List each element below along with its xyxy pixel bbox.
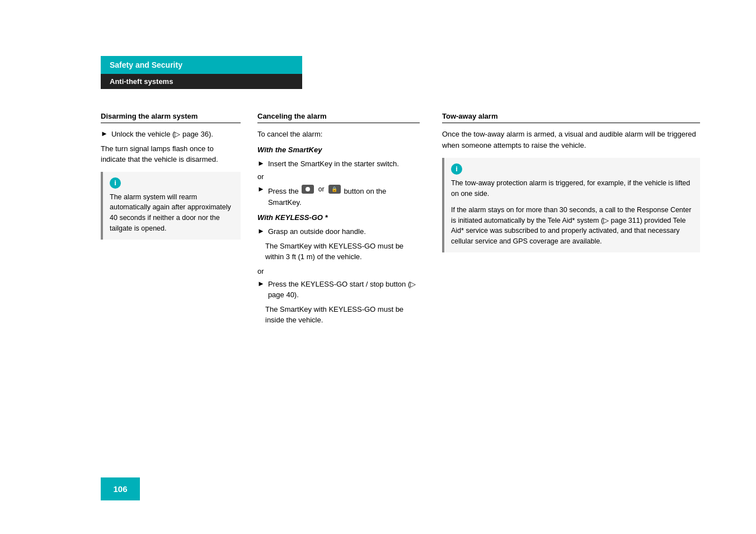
bullet-arrow-icon3: ► bbox=[257, 185, 265, 193]
smartkey-press-pre: Press the bbox=[268, 187, 299, 195]
keyless-subheading: With KEYLESS-GO * bbox=[257, 213, 420, 222]
tow-info-para1: The tow-away protection alarm is trigger… bbox=[451, 178, 693, 199]
tow-info-para2: If the alarm stays on for more than 30 s… bbox=[451, 205, 693, 247]
keyless-bullet2: ► Press the KEYLESS-GO start / stop butt… bbox=[257, 279, 420, 301]
bullet-arrow-icon5: ► bbox=[257, 279, 265, 288]
disarm-info-text: The alarm system will rearm automaticall… bbox=[110, 192, 234, 234]
smartkey-bullet1: ► Insert the SmartKey in the starter swi… bbox=[257, 158, 420, 170]
smartkey-bullet1-text: Insert the SmartKey in the starter switc… bbox=[268, 158, 399, 170]
keyless-bullet1: ► Grasp an outside door handle. bbox=[257, 226, 420, 237]
keyless-bullet2-text: Press the KEYLESS-GO start / stop button… bbox=[268, 279, 420, 301]
tow-away-intro: Once the tow-away alarm is armed, a visu… bbox=[442, 129, 700, 151]
disarm-info-box: i The alarm system will rearm automatica… bbox=[101, 172, 241, 240]
smartkey-bullet2: ► Press the or 🔒 button on the SmartKey. bbox=[257, 184, 420, 208]
bullet-arrow-icon4: ► bbox=[257, 227, 265, 235]
header-subtitle: Anti-theft systems bbox=[101, 74, 302, 89]
disarm-bullet: ► Unlock the vehicle (▷ page 36). bbox=[101, 129, 241, 140]
or-text-1: or bbox=[257, 172, 420, 181]
smartkey-bullet2-text: Press the or 🔒 button on the SmartKey. bbox=[268, 184, 420, 208]
key-lock-icon: 🔒 bbox=[328, 185, 341, 194]
right-column: Tow-away alarm Once the tow-away alarm i… bbox=[436, 112, 700, 330]
cancel-intro: To cancel the alarm: bbox=[257, 129, 420, 140]
smartkey-icons: or 🔒 bbox=[302, 184, 340, 194]
disarm-bullet-text: Unlock the vehicle (▷ page 36). bbox=[111, 129, 213, 140]
tow-info-icon: i bbox=[451, 163, 462, 175]
left-section-heading: Disarming the alarm system bbox=[101, 112, 241, 123]
middle-section-heading: Canceling the alarm bbox=[257, 112, 420, 123]
bullet-arrow-icon2: ► bbox=[257, 159, 265, 167]
info-icon: i bbox=[110, 177, 121, 189]
keyless-sub1: The SmartKey with KEYLESS-GO must be wit… bbox=[265, 241, 420, 263]
page-number: 106 bbox=[101, 477, 140, 500]
tow-away-info-box: i The tow-away protection alarm is trigg… bbox=[442, 158, 700, 252]
or-icon-text: or bbox=[316, 184, 326, 194]
page-container: Safety and Security Anti-theft systems D… bbox=[0, 0, 756, 534]
or-text-2: or bbox=[257, 267, 420, 275]
header-section: Safety and Security Anti-theft systems bbox=[101, 56, 302, 89]
keyless-sub2: The SmartKey with KEYLESS-GO must be ins… bbox=[265, 304, 420, 326]
bullet-arrow-icon: ► bbox=[101, 129, 108, 138]
content-area: Disarming the alarm system ► Unlock the … bbox=[101, 112, 700, 330]
header-title: Safety and Security bbox=[101, 56, 302, 74]
disarm-sub-text: The turn signal lamps flash once to indi… bbox=[101, 143, 241, 165]
right-section-heading: Tow-away alarm bbox=[442, 112, 700, 123]
smartkey-subheading: With the SmartKey bbox=[257, 146, 420, 154]
middle-column: Canceling the alarm To cancel the alarm:… bbox=[257, 112, 436, 330]
left-column: Disarming the alarm system ► Unlock the … bbox=[101, 112, 257, 330]
keyless-bullet1-text: Grasp an outside door handle. bbox=[268, 226, 366, 237]
key-unlock-icon bbox=[302, 185, 314, 194]
